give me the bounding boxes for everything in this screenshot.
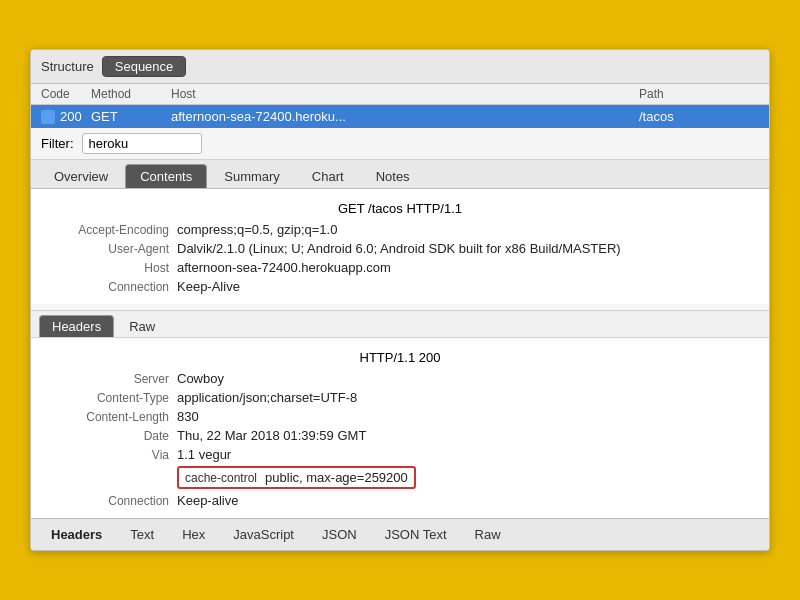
resp-connection-label: Connection [47, 494, 177, 508]
user-agent-label: User-Agent [47, 242, 177, 256]
code-square-icon [41, 110, 55, 124]
request-line-row: GET /tacos HTTP/1.1 [31, 197, 769, 220]
sub-tab-raw[interactable]: Raw [116, 315, 168, 337]
accept-encoding-row: Accept-Encoding compress;q=0.5, gzip;q=1… [31, 220, 769, 239]
date-value: Thu, 22 Mar 2018 01:39:59 GMT [177, 428, 753, 443]
host-label: Host [47, 261, 177, 275]
col-code: Code [41, 87, 91, 101]
user-agent-value: Dalvik/2.1.0 (Linux; U; Android 6.0; And… [177, 241, 753, 256]
connection-row: Connection Keep-Alive [31, 277, 769, 296]
content-type-value: application/json;charset=UTF-8 [177, 390, 753, 405]
response-content: HTTP/1.1 200 Server Cowboy Content-Type … [31, 338, 769, 518]
via-label: Via [47, 448, 177, 462]
tab-notes[interactable]: Notes [361, 164, 425, 188]
host-value: afternoon-sea-72400.herokuapp.com [177, 260, 753, 275]
status-code: 200 [60, 109, 82, 124]
bottom-tab-text[interactable]: Text [118, 524, 166, 545]
host-cell: afternoon-sea-72400.heroku... [171, 109, 639, 124]
toolbar: Structure Sequence [31, 50, 769, 84]
table-header: Code Method Host Path [31, 84, 769, 105]
sequence-button[interactable]: Sequence [102, 56, 187, 77]
sub-tab-headers[interactable]: Headers [39, 315, 114, 337]
via-row: Via 1.1 vegur [31, 445, 769, 464]
tab-overview[interactable]: Overview [39, 164, 123, 188]
bottom-tab-raw[interactable]: Raw [463, 524, 513, 545]
filter-label: Filter: [41, 136, 74, 151]
bottom-tab-javascript[interactable]: JavaScript [221, 524, 306, 545]
code-cell: 200 [41, 109, 91, 124]
main-window: Structure Sequence Code Method Host Path… [30, 49, 770, 551]
col-path: Path [639, 87, 759, 101]
bottom-tab-json-text[interactable]: JSON Text [373, 524, 459, 545]
accept-encoding-label: Accept-Encoding [47, 223, 177, 237]
tab-contents[interactable]: Contents [125, 164, 207, 188]
col-host: Host [171, 87, 639, 101]
date-label: Date [47, 429, 177, 443]
request-content: GET /tacos HTTP/1.1 Accept-Encoding comp… [31, 189, 769, 304]
table-row[interactable]: 200 GET afternoon-sea-72400.heroku... /t… [31, 105, 769, 128]
method-cell: GET [91, 109, 171, 124]
date-row: Date Thu, 22 Mar 2018 01:39:59 GMT [31, 426, 769, 445]
server-value: Cowboy [177, 371, 753, 386]
col-method: Method [91, 87, 171, 101]
content-type-row: Content-Type application/json;charset=UT… [31, 388, 769, 407]
cache-control-highlight: cache-control public, max-age=259200 [177, 466, 416, 489]
bottom-tab-bar: Headers Text Hex JavaScript JSON JSON Te… [31, 518, 769, 550]
tab-summary[interactable]: Summary [209, 164, 295, 188]
bottom-tab-json[interactable]: JSON [310, 524, 369, 545]
connection-value: Keep-Alive [177, 279, 753, 294]
resp-connection-row: Connection Keep-alive [31, 491, 769, 510]
resp-connection-value: Keep-alive [177, 493, 753, 508]
content-length-value: 830 [177, 409, 753, 424]
user-agent-row: User-Agent Dalvik/2.1.0 (Linux; U; Andro… [31, 239, 769, 258]
request-line: GET /tacos HTTP/1.1 [338, 201, 462, 216]
content-length-label: Content-Length [47, 410, 177, 424]
via-value: 1.1 vegur [177, 447, 753, 462]
bottom-tab-headers[interactable]: Headers [39, 524, 114, 545]
content-type-label: Content-Type [47, 391, 177, 405]
cache-control-key: cache-control [185, 471, 257, 485]
cache-control-row: cache-control public, max-age=259200 [31, 464, 769, 491]
main-tab-bar: Overview Contents Summary Chart Notes [31, 160, 769, 189]
structure-label: Structure [41, 59, 94, 74]
tab-chart[interactable]: Chart [297, 164, 359, 188]
accept-encoding-value: compress;q=0.5, gzip;q=1.0 [177, 222, 753, 237]
sub-tab-bar: Headers Raw [31, 310, 769, 338]
content-length-row: Content-Length 830 [31, 407, 769, 426]
cache-control-value: public, max-age=259200 [265, 470, 408, 485]
filter-input[interactable] [82, 133, 202, 154]
path-cell: /tacos [639, 109, 759, 124]
server-row: Server Cowboy [31, 369, 769, 388]
server-label: Server [47, 372, 177, 386]
filter-row: Filter: [31, 128, 769, 160]
host-row: Host afternoon-sea-72400.herokuapp.com [31, 258, 769, 277]
response-line: HTTP/1.1 200 [360, 350, 441, 365]
connection-label: Connection [47, 280, 177, 294]
response-line-row: HTTP/1.1 200 [31, 346, 769, 369]
bottom-tab-hex[interactable]: Hex [170, 524, 217, 545]
